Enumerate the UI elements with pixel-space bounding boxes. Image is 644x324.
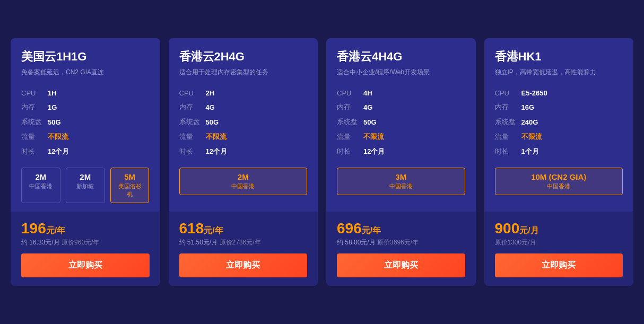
- specs-table: CPU4H内存4G系统盘50G流量不限流时长12个月: [337, 86, 465, 159]
- bandwidth-speed: 2M: [28, 172, 54, 181]
- spec-row: CPU2H: [179, 86, 308, 100]
- spec-label: 流量: [337, 129, 363, 144]
- card-title: 香港云4H4G: [337, 49, 465, 65]
- bandwidth-option-1[interactable]: 2M新加坡: [66, 168, 105, 203]
- bandwidth-options: 2M中国香港2M新加坡5M美国洛杉机: [21, 168, 150, 203]
- original-price: 原价1300元/月: [495, 239, 536, 246]
- card-subtitle: 适合用于处理内存密集型的任务: [179, 68, 308, 77]
- bandwidth-option-0[interactable]: 2M中国香港: [179, 168, 308, 195]
- bandwidth-option-0[interactable]: 10M (CN2 GIA)中国香港: [495, 168, 623, 195]
- spec-row: 时长12个月: [337, 144, 465, 159]
- price-per-month: 约 58.00元/月: [337, 239, 376, 246]
- price-per-month: 约 16.33元/月: [21, 239, 60, 246]
- specs-table: CPUE5-2650内存16G系统盘240G流量不限流时长1个月: [495, 86, 623, 159]
- price-unit: 元/年: [204, 226, 223, 235]
- spec-value: 50G: [363, 115, 465, 129]
- spec-value: 1H: [48, 86, 150, 100]
- spec-label: CPU: [179, 86, 206, 100]
- price-unit: 元/年: [362, 226, 381, 235]
- card-title: 香港云2H4G: [179, 49, 308, 65]
- card-hk-hk1: 香港HK1独立IP，高带宽低延迟，高性能算力CPUE5-2650内存16G系统盘…: [484, 38, 634, 286]
- spec-label: 系统盘: [179, 115, 206, 129]
- spec-row: 时长1个月: [495, 144, 623, 159]
- bandwidth-option-0[interactable]: 3M中国香港: [337, 168, 465, 195]
- price-main: 900元/月: [495, 220, 623, 237]
- spec-label: 时长: [179, 144, 206, 159]
- price-unit: 元/月: [519, 226, 538, 235]
- spec-row: CPUE5-2650: [495, 86, 623, 100]
- spec-value: 4G: [363, 100, 465, 115]
- spec-row: 系统盘240G: [495, 115, 623, 129]
- card-bottom: 900元/月原价1300元/月立即购买: [484, 212, 634, 286]
- spec-row: 系统盘50G: [337, 115, 465, 129]
- price-main: 618元/年: [179, 220, 308, 237]
- spec-row: 系统盘50G: [21, 115, 150, 129]
- bandwidth-speed: 2M: [73, 172, 98, 181]
- bandwidth-speed: 5M: [117, 172, 143, 181]
- bandwidth-option-0[interactable]: 2M中国香港: [21, 168, 60, 203]
- buy-button[interactable]: 立即购买: [179, 253, 308, 277]
- card-top: 香港云2H4G适合用于处理内存密集型的任务CPU2H内存4G系统盘50G流量不限…: [169, 38, 318, 212]
- card-subtitle: 独立IP，高带宽低延迟，高性能算力: [495, 68, 623, 77]
- spec-row: 流量不限流: [495, 129, 623, 144]
- spec-row: 流量不限流: [179, 129, 308, 144]
- spec-label: 流量: [495, 129, 521, 144]
- spec-value: 不限流: [206, 129, 308, 144]
- spec-row: 内存4G: [179, 100, 308, 115]
- spec-row: 内存4G: [337, 100, 465, 115]
- spec-value: 16G: [521, 100, 623, 115]
- card-bottom: 696元/年约 58.00元/月 原价3696元/年立即购买: [326, 212, 476, 286]
- buy-button[interactable]: 立即购买: [495, 253, 623, 277]
- card-top: 美国云1H1G免备案低延迟，CN2 GIA直连CPU1H内存1G系统盘50G流量…: [11, 38, 160, 212]
- bandwidth-options: 10M (CN2 GIA)中国香港: [495, 168, 623, 195]
- spec-label: 流量: [179, 129, 206, 144]
- card-us-cloud-1h1g: 美国云1H1G免备案低延迟，CN2 GIA直连CPU1H内存1G系统盘50G流量…: [11, 38, 160, 286]
- price-sub: 原价1300元/月: [495, 238, 623, 247]
- card-bottom: 196元/年约 16.33元/月 原价960元/年立即购买: [11, 212, 160, 286]
- bandwidth-speed: 2M: [186, 172, 301, 181]
- spec-label: 时长: [337, 144, 363, 159]
- bandwidth-location: 中国香港: [186, 182, 301, 190]
- buy-button[interactable]: 立即购买: [337, 253, 465, 277]
- original-price: 原价3696元/年: [377, 239, 419, 246]
- price-main: 196元/年: [21, 220, 150, 237]
- spec-label: CPU: [21, 86, 48, 100]
- bandwidth-location: 中国香港: [28, 182, 54, 190]
- card-top: 香港HK1独立IP，高带宽低延迟，高性能算力CPUE5-2650内存16G系统盘…: [484, 38, 634, 212]
- card-hk-cloud-2h4g: 香港云2H4G适合用于处理内存密集型的任务CPU2H内存4G系统盘50G流量不限…: [169, 38, 318, 286]
- bandwidth-options: 2M中国香港: [179, 168, 308, 195]
- bandwidth-speed: 10M (CN2 GIA): [502, 172, 616, 181]
- spec-value: 50G: [48, 115, 150, 129]
- bandwidth-option-2[interactable]: 5M美国洛杉机: [110, 168, 150, 203]
- original-price: 原价960元/年: [62, 239, 99, 246]
- buy-button[interactable]: 立即购买: [21, 253, 150, 277]
- spec-row: 内存1G: [21, 100, 150, 115]
- spec-row: 流量不限流: [21, 129, 150, 144]
- card-title: 香港HK1: [495, 49, 623, 65]
- spec-value: 12个月: [206, 144, 308, 159]
- price-unit: 元/年: [46, 226, 65, 235]
- spec-value: 不限流: [363, 129, 465, 144]
- spec-value: 不限流: [521, 129, 623, 144]
- card-subtitle: 免备案低延迟，CN2 GIA直连: [21, 68, 150, 77]
- card-top: 香港云4H4G适合中小企业/程序/Web开发场景CPU4H内存4G系统盘50G流…: [326, 38, 476, 212]
- card-bottom: 618元/年约 51.50元/月 原价2736元/年立即购买: [169, 212, 318, 286]
- spec-label: 时长: [21, 144, 48, 159]
- spec-row: 内存16G: [495, 100, 623, 115]
- cards-container: 美国云1H1G免备案低延迟，CN2 GIA直连CPU1H内存1G系统盘50G流量…: [11, 38, 633, 286]
- spec-label: 系统盘: [337, 115, 363, 129]
- bandwidth-options: 3M中国香港: [337, 168, 465, 195]
- spec-row: 时长12个月: [179, 144, 308, 159]
- bandwidth-location: 美国洛杉机: [117, 182, 143, 198]
- spec-row: CPU1H: [21, 86, 150, 100]
- card-title: 美国云1H1G: [21, 49, 150, 65]
- bandwidth-location: 新加坡: [73, 182, 98, 190]
- spec-value: 1G: [48, 100, 150, 115]
- specs-table: CPU2H内存4G系统盘50G流量不限流时长12个月: [179, 86, 308, 159]
- spec-label: CPU: [337, 86, 363, 100]
- bandwidth-location: 中国香港: [502, 182, 616, 190]
- bandwidth-location: 中国香港: [344, 182, 458, 190]
- spec-value: 1个月: [521, 144, 623, 159]
- price-sub: 约 58.00元/月 原价3696元/年: [337, 238, 465, 247]
- card-subtitle: 适合中小企业/程序/Web开发场景: [337, 68, 465, 77]
